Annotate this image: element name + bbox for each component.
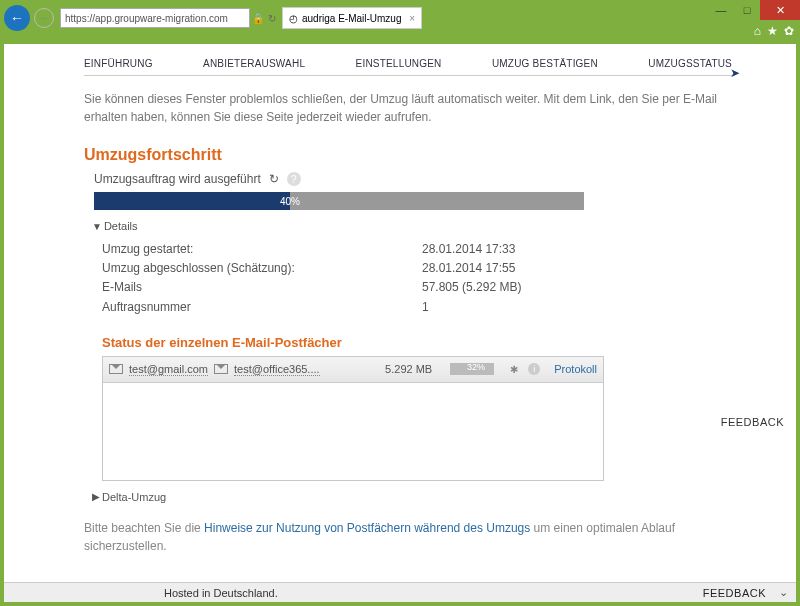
delta-toggle[interactable]: ▶ Delta-Umzug: [92, 491, 732, 503]
mail-to-icon: [214, 364, 228, 374]
details-toggle[interactable]: ▼ Details: [92, 220, 732, 232]
notice-link[interactable]: Hinweise zur Nutzung von Postfächern wäh…: [204, 521, 530, 535]
spinner-icon: ✱: [510, 364, 518, 375]
mailbox-row[interactable]: test@gmail.com test@office365.... 5.292 …: [103, 357, 603, 383]
mailboxes-heading: Status der einzelnen E-Mail-Postfächer: [102, 335, 732, 350]
step-provider[interactable]: ANBIETERAUSWAHL: [203, 58, 305, 69]
mailbox-progress-bar: 32%: [450, 363, 494, 375]
step-settings[interactable]: EINSTELLUNGEN: [356, 58, 442, 69]
status-text: Umzugsauftrag wird ausgeführt: [94, 172, 261, 186]
stepper-arrow-icon: ➤: [730, 66, 740, 80]
forward-button[interactable]: →: [34, 8, 54, 28]
intro-text: Sie können dieses Fenster problemlos sch…: [84, 90, 732, 126]
favorites-icon[interactable]: ★: [767, 24, 778, 38]
mailbox-size: 5.292 MB: [385, 363, 432, 375]
home-icon[interactable]: ⌂: [754, 24, 761, 38]
settings-icon[interactable]: ✿: [784, 24, 794, 38]
caret-right-icon: ▶: [92, 491, 100, 502]
caret-down-icon: ▼: [92, 221, 102, 232]
delta-label: Delta-Umzug: [102, 491, 166, 503]
url-input[interactable]: https://app.groupware-migration.com: [60, 8, 250, 28]
step-status[interactable]: UMZUGSSTATUS: [648, 58, 732, 69]
info-icon[interactable]: i: [528, 363, 540, 375]
detail-row: Umzug gestartet:28.01.2014 17:33: [102, 240, 732, 259]
tab-close-icon[interactable]: ×: [409, 13, 415, 24]
overall-progress-fill: [94, 192, 290, 210]
step-confirm[interactable]: UMZUG BESTÄTIGEN: [492, 58, 598, 69]
wizard-stepper: EINFÜHRUNG ANBIETERAUSWAHL EINSTELLUNGEN…: [84, 54, 732, 76]
arrow-left-icon: ←: [10, 10, 24, 26]
tab-title: audriga E-Mail-Umzug: [302, 13, 401, 24]
help-icon[interactable]: ?: [287, 172, 301, 186]
lock-icon: 🔒: [252, 13, 264, 24]
mailbox-to: test@office365....: [234, 363, 320, 376]
overall-progress-label: 40%: [280, 196, 300, 207]
progress-heading: Umzugsfortschritt: [84, 146, 732, 164]
status-bar: Hosted in Deutschland. FEEDBACK ⌄: [4, 582, 796, 602]
arrow-right-icon: →: [39, 12, 50, 24]
feedback-side-button[interactable]: FEEDBACK: [721, 416, 784, 428]
details-toggle-label: Details: [104, 220, 138, 232]
detail-row: Auftragsnummer1: [102, 298, 732, 317]
chevron-down-icon[interactable]: ⌄: [779, 586, 788, 599]
mailbox-list: test@gmail.com test@office365.... 5.292 …: [102, 356, 604, 481]
feedback-bottom-button[interactable]: FEEDBACK: [703, 587, 766, 599]
mail-from-icon: [109, 364, 123, 374]
notice-text: Bitte beachten Sie die Hinweise zur Nutz…: [84, 519, 732, 555]
hosted-label: Hosted in Deutschland.: [164, 587, 278, 599]
status-refresh-icon[interactable]: ↻: [269, 172, 279, 186]
protocol-link[interactable]: Protokoll: [554, 363, 597, 375]
step-intro[interactable]: EINFÜHRUNG: [84, 58, 153, 69]
tab-favicon-icon: ◴: [289, 13, 298, 24]
detail-row: E-Mails57.805 (5.292 MB): [102, 278, 732, 297]
back-button[interactable]: ←: [4, 5, 30, 31]
detail-row: Umzug abgeschlossen (Schätzung):28.01.20…: [102, 259, 732, 278]
refresh-icon[interactable]: ↻: [268, 13, 276, 24]
browser-tab[interactable]: ◴ audriga E-Mail-Umzug ×: [282, 7, 422, 29]
overall-progress-bar: 40%: [94, 192, 584, 210]
mailbox-progress-label: 32%: [467, 362, 485, 372]
mailbox-from: test@gmail.com: [129, 363, 208, 376]
